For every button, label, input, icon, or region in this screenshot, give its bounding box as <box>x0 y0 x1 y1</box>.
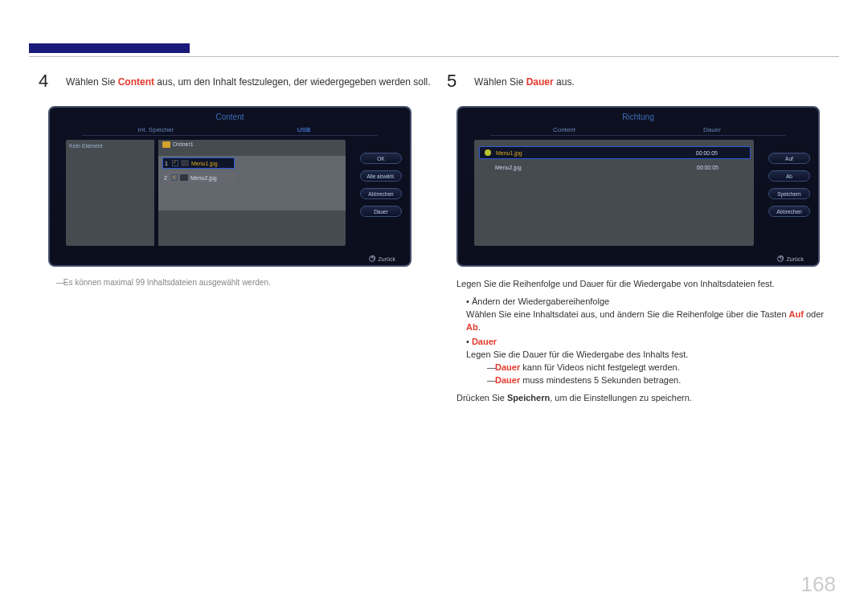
tab-int-speicher[interactable]: Int. Speicher <box>82 125 230 135</box>
back-footer[interactable]: Zurück <box>369 255 395 262</box>
keyword-content: Content <box>118 76 154 88</box>
text: Drücken Sie <box>457 393 507 403</box>
step-5: 5 Wählen Sie Dauer aus. <box>447 71 839 92</box>
divider <box>29 56 839 57</box>
step-number: 4 <box>39 71 56 92</box>
keyword-speichern: Speichern <box>507 393 550 403</box>
ok-button[interactable]: OK <box>360 153 402 164</box>
file-row-2[interactable]: 2 Menu2.jpg <box>162 172 235 183</box>
keyword-dauer: Dauer <box>495 362 520 372</box>
explain-intro: Legen Sie die Reihenfolge und Dauer für … <box>457 278 839 291</box>
explain-item-1: Ändern der Wiedergabereihenfolge Wählen … <box>466 296 839 334</box>
folder-item[interactable]: Ordner1 <box>162 141 194 148</box>
step-number: 5 <box>447 71 465 92</box>
subnote-1: Dauer kann für Videos nicht festgelegt w… <box>487 362 839 374</box>
text: aus, um den Inhalt festzulegen, der wied… <box>154 76 431 88</box>
file-label: Menu1.jpg <box>496 150 608 156</box>
item-title: Ändern der Wiedergabereihenfolge <box>472 296 609 306</box>
step-text: Wählen Sie Dauer aus. <box>474 71 575 89</box>
text: Wählen Sie <box>66 76 118 88</box>
back-icon <box>369 255 375 262</box>
step-4: 4 Wählen Sie Content aus, um den Inhalt … <box>39 71 431 92</box>
text: , um die Einstellungen zu speichern. <box>550 393 692 403</box>
screen-title: Richtung <box>458 108 818 121</box>
text: oder <box>804 309 824 319</box>
down-button[interactable]: Ab <box>768 170 810 182</box>
keyword-dauer: Dauer <box>526 76 554 88</box>
left-pane-label: Kein Element <box>66 140 154 152</box>
explain-item-2: Dauer Legen Sie die Dauer für die Wieder… <box>466 336 839 387</box>
accent-bar <box>29 43 190 53</box>
text: kann für Videos nicht festgelegt werden. <box>520 362 680 372</box>
duration-value: 00:00:05 <box>697 165 751 170</box>
text: aus. <box>554 76 575 88</box>
file-label: Menu2.jpg <box>190 175 217 181</box>
text: Legen Sie die Dauer für die Wiedergabe d… <box>466 349 688 359</box>
up-button[interactable]: Auf <box>768 153 810 164</box>
page-number: 168 <box>801 572 836 597</box>
keyword-ab: Ab <box>466 322 478 332</box>
text: muss mindestens 5 Sekunden betragen. <box>520 375 681 385</box>
deselect-all-button[interactable]: Alle abwähl. <box>360 170 402 182</box>
step-text: Wählen Sie Content aus, um den Inhalt fe… <box>66 71 431 89</box>
file-row-1[interactable]: 1 Menu1.jpg <box>162 157 235 169</box>
note-left: Es können maximal 99 Inhaltsdateien ausg… <box>56 278 431 287</box>
cancel-button[interactable]: Abbrechen <box>768 206 810 217</box>
screen-title: Content <box>50 108 410 121</box>
thumbnail-icon <box>181 160 189 166</box>
back-label: Zurück <box>787 256 804 262</box>
text: Wählen Sie eine Inhaltsdatei aus, und än… <box>466 309 789 319</box>
back-footer[interactable]: Zurück <box>777 255 804 262</box>
screenshot-content: Content Int. Speicher USB Kein Element O… <box>48 106 411 267</box>
keyword-auf: Auf <box>789 309 804 319</box>
row-number: 2 <box>162 175 169 181</box>
cancel-button[interactable]: Abbrechen <box>360 188 402 199</box>
checkbox-icon[interactable] <box>171 174 178 181</box>
keyword-dauer: Dauer <box>472 337 497 346</box>
subnote-2: Dauer muss mindestens 5 Sekunden betrage… <box>487 374 839 387</box>
tab-usb[interactable]: USB <box>230 125 378 135</box>
dauer-button[interactable]: Dauer <box>360 206 402 217</box>
file-icon <box>483 164 491 170</box>
folder-label: Ordner1 <box>173 141 194 147</box>
explain-save: Drücken Sie Speichern, um die Einstellun… <box>457 392 839 405</box>
thumbnail-icon <box>180 174 188 181</box>
list-row-2[interactable]: Menu2.jpg 00:00:05 <box>479 161 751 174</box>
file-label: Menu1.jpg <box>191 161 218 166</box>
file-label: Menu2.jpg <box>495 165 522 170</box>
back-icon <box>777 255 784 262</box>
tab-content[interactable]: Content <box>490 125 638 135</box>
active-dot-icon <box>485 149 491 156</box>
duration-value: 00:00:05 <box>696 150 750 156</box>
screenshot-richtung: Richtung Content Dauer Menu1.jpg 00:00:0… <box>457 106 820 267</box>
row-number: 1 <box>163 161 170 166</box>
text: Wählen Sie <box>474 76 526 88</box>
keyword-dauer: Dauer <box>495 375 520 385</box>
list-row-1[interactable]: Menu1.jpg 00:00:05 <box>479 146 751 159</box>
checkbox-icon[interactable] <box>172 160 178 166</box>
tab-dauer[interactable]: Dauer <box>638 125 786 135</box>
back-label: Zurück <box>379 256 395 262</box>
save-button[interactable]: Speichern <box>768 188 810 199</box>
folder-icon <box>162 141 170 148</box>
